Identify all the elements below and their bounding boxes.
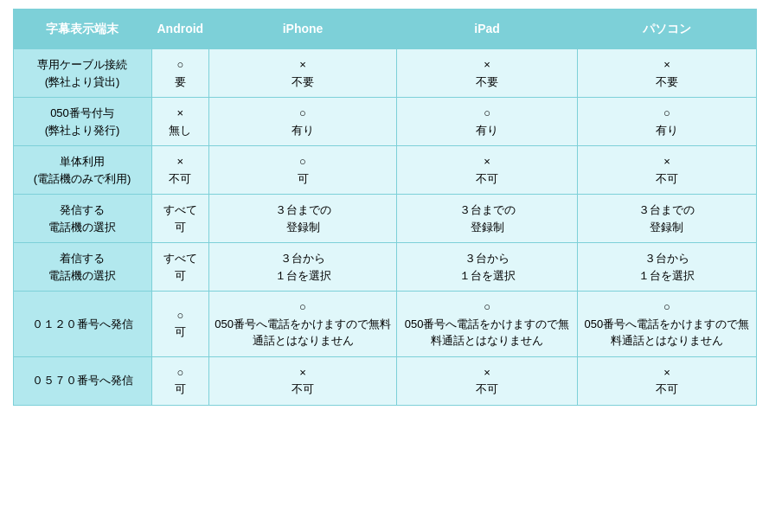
iphone-cell: ○可 xyxy=(209,146,397,195)
iphone-cell: ×不可 xyxy=(209,356,397,405)
col-header-feature: 字幕表示端末 xyxy=(13,10,151,49)
feature-cell: ０１２０番号へ発信 xyxy=(13,292,151,357)
android-cell: すべて可 xyxy=(151,195,209,243)
col-header-android: Android xyxy=(151,10,209,49)
pc-cell: ３台までの登録制 xyxy=(578,195,756,243)
table-row: 着信する電話機の選択すべて可３台から１台を選択３台から１台を選択３台から１台を選… xyxy=(13,243,756,292)
table-row: 050番号付与(弊社より発行)×無し○有り○有り○有り xyxy=(13,98,756,146)
feature-cell: 単体利用(電話機のみで利用) xyxy=(13,146,151,195)
ipad-cell: ３台までの登録制 xyxy=(396,195,577,243)
android-cell: ○要 xyxy=(151,49,209,98)
feature-cell: ０５７０番号へ発信 xyxy=(13,356,151,405)
comparison-table: 字幕表示端末 Android iPhone iPad パソコン 専用ケーブル接続… xyxy=(13,9,757,406)
table-row: 単体利用(電話機のみで利用)×不可○可×不可×不可 xyxy=(13,146,756,195)
ipad-cell: ×不可 xyxy=(396,146,577,195)
table-row: ０１２０番号へ発信○可○050番号へ電話をかけますので無料通話とはなりません○0… xyxy=(13,292,756,357)
table-row: 発信する電話機の選択すべて可３台までの登録制３台までの登録制３台までの登録制 xyxy=(13,195,756,243)
pc-cell: ×不要 xyxy=(578,49,756,98)
android-cell: すべて可 xyxy=(151,243,209,292)
feature-cell: 050番号付与(弊社より発行) xyxy=(13,98,151,146)
iphone-cell: ３台までの登録制 xyxy=(209,195,397,243)
ipad-cell: ○050番号へ電話をかけますので無料通話とはなりません xyxy=(396,292,577,357)
pc-cell: ×不可 xyxy=(578,356,756,405)
col-header-ipad: iPad xyxy=(396,10,577,49)
iphone-cell: ○050番号へ電話をかけますので無料通話とはなりません xyxy=(209,292,397,357)
pc-cell: ×不可 xyxy=(578,146,756,195)
iphone-cell: ３台から１台を選択 xyxy=(209,243,397,292)
ipad-cell: ×不要 xyxy=(396,49,577,98)
ipad-cell: ３台から１台を選択 xyxy=(396,243,577,292)
ipad-cell: ○有り xyxy=(396,98,577,146)
feature-cell: 着信する電話機の選択 xyxy=(13,243,151,292)
pc-cell: ○有り xyxy=(578,98,756,146)
feature-cell: 専用ケーブル接続(弊社より貸出) xyxy=(13,49,151,98)
table-row: ０５７０番号へ発信○可×不可×不可×不可 xyxy=(13,356,756,405)
pc-cell: ３台から１台を選択 xyxy=(578,243,756,292)
col-header-iphone: iPhone xyxy=(209,10,397,49)
android-cell: ○可 xyxy=(151,292,209,357)
col-header-pc: パソコン xyxy=(578,10,756,49)
feature-cell: 発信する電話機の選択 xyxy=(13,195,151,243)
iphone-cell: ○有り xyxy=(209,98,397,146)
android-cell: ×無し xyxy=(151,98,209,146)
android-cell: ×不可 xyxy=(151,146,209,195)
iphone-cell: ×不要 xyxy=(209,49,397,98)
ipad-cell: ×不可 xyxy=(396,356,577,405)
pc-cell: ○050番号へ電話をかけますので無料通話とはなりません xyxy=(578,292,756,357)
android-cell: ○可 xyxy=(151,356,209,405)
table-row: 専用ケーブル接続(弊社より貸出)○要×不要×不要×不要 xyxy=(13,49,756,98)
